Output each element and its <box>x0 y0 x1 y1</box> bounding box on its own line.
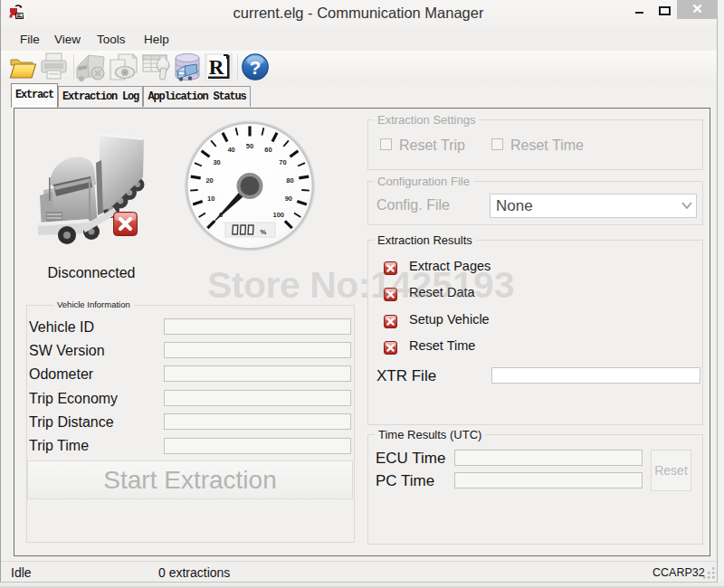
svg-text:?: ? <box>250 57 262 78</box>
svg-text:60: 60 <box>264 146 272 154</box>
svg-text:30: 30 <box>213 158 220 166</box>
svg-text:70: 70 <box>279 158 286 166</box>
svg-text:10: 10 <box>207 194 214 203</box>
svg-text:90: 90 <box>285 194 292 203</box>
svg-text:40: 40 <box>227 146 234 154</box>
svg-text:%: % <box>261 228 267 236</box>
svg-text:100: 100 <box>273 211 285 219</box>
svg-text:20: 20 <box>205 176 213 185</box>
svg-text:R: R <box>209 56 224 79</box>
svg-text:80: 80 <box>286 176 293 185</box>
svg-text:50: 50 <box>246 142 253 150</box>
